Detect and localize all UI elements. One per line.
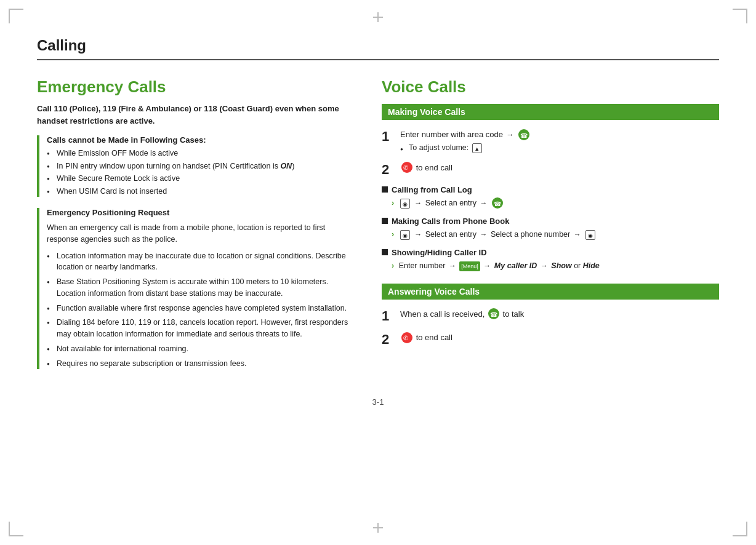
gt-arrow-icon-3: › [392,261,394,270]
list-item: While Emission OFF Mode is active [47,148,357,159]
ep-title: Emergency Positioning Request [47,208,357,217]
corner-mark-tr [733,9,747,23]
list-item: Not available for international roaming. [47,343,357,355]
calling-from-log-section: Calling from Call Log › ◉ → Select an en… [382,185,719,209]
emergency-subtitle: Call 110 (Police), 119 (Fire & Ambulance… [37,103,357,127]
emergency-positioning-box: Emergency Positioning Request When an em… [37,208,357,369]
cannot-make-title: Calls cannot be Made in Following Cases: [47,135,357,145]
call-icon-3 [488,308,499,319]
step-1-text: Enter number with area code [400,130,503,139]
list-item: Dialing 184 before 110, 119 or 118, canc… [47,317,357,340]
step-1-sub: To adjust volume: ▲ [400,143,483,152]
answer-step-1-text: When a call is received, [400,309,485,319]
calling-from-log-title: Calling from Call Log [382,185,719,194]
right-column: Voice Calls Making Voice Calls 1 Enter n… [382,78,719,379]
list-item: While Secure Remote Lock is active [47,173,357,185]
step-1-content: Enter number with area code → To adjust … [400,129,531,154]
showing-caller-id-title: Showing/Hiding Caller ID [382,248,719,257]
black-square-icon-2 [382,218,388,224]
answer-step-2-text: to end call [416,333,452,342]
menu-icon: [Menu] [459,261,480,271]
log-icon: ◉ [400,199,410,209]
top-cross [373,12,383,22]
black-square-icon [382,186,388,193]
answer-step-1: 1 When a call is received, to talk [382,308,719,324]
left-column: Emergency Calls Call 110 (Police), 119 (… [37,78,357,379]
list-item: Requires no separate subscription or tra… [47,358,357,370]
making-from-phonebook-section: Making Calls from Phone Book › ◉ → Selec… [382,217,719,241]
step-2-content: to end call [400,162,452,175]
corner-mark-br [733,522,747,536]
answering-voice-calls-bar: Answering Voice Calls [382,284,719,300]
answer-step-number-1: 1 [382,308,394,324]
making-from-phonebook-title: Making Calls from Phone Book [382,217,719,226]
call-icon-2 [492,197,503,209]
voice-heading: Voice Calls [382,78,719,97]
step-1: 1 Enter number with area code → To adjus… [382,129,719,154]
arrow-icon: → [507,130,514,139]
select-icon: ◉ [585,230,595,240]
page-number: 3-1 [37,397,719,407]
making-voice-calls-bar: Making Voice Calls [382,104,719,120]
showing-caller-id-section: Showing/Hiding Caller ID › Enter number … [382,248,719,272]
corner-mark-bl [9,522,23,536]
page-container: Calling Emergency Calls Call 110 (Police… [0,0,756,545]
showing-caller-id-body: › Enter number → [Menu] → My caller ID →… [382,260,719,272]
black-square-icon-3 [382,249,388,255]
emergency-heading: Emergency Calls [37,78,357,97]
volume-icon: ▲ [472,143,482,153]
page-title: Calling [37,37,86,54]
list-item: In PIN entry window upon turning on hand… [47,161,357,172]
step-number-1: 1 [382,129,394,145]
bottom-cross [373,523,383,533]
answer-step-1-content: When a call is received, to talk [400,308,524,321]
ep-description: When an emergency call is made from a mo… [47,222,357,245]
gt-arrow-icon: › [392,199,394,207]
calling-from-log-body: › ◉ → Select an entry → [382,197,719,209]
gt-arrow-icon-2: › [392,230,394,239]
answer-step-2: 2 to end call [382,332,719,348]
list-item: Base Station Positioning System is accur… [47,276,357,300]
step-2-text: to end call [416,163,452,172]
step-number-2: 2 [382,162,394,178]
cannot-make-list: While Emission OFF Mode is active In PIN… [47,148,357,197]
list-item: When USIM Card is not inserted [47,186,357,197]
list-item: Location information may be inaccurate d… [47,250,357,274]
end-call-icon [401,162,412,173]
corner-mark-tl [9,9,23,23]
phonebook-icon: ◉ [400,230,410,240]
answer-step-number-2: 2 [382,332,394,348]
cannot-make-box: Calls cannot be Made in Following Cases:… [37,135,357,197]
end-call-icon-2 [401,332,412,343]
page-title-section: Calling [37,37,719,60]
making-from-phonebook-body: › ◉ → Select an entry → Select a phone n… [382,228,719,241]
answer-step-2-content: to end call [400,332,452,344]
step-2: 2 to end call [382,162,719,178]
list-item: Function available where first response … [47,303,357,314]
call-icon [518,129,529,140]
ep-list: Location information may be inaccurate d… [47,250,357,370]
